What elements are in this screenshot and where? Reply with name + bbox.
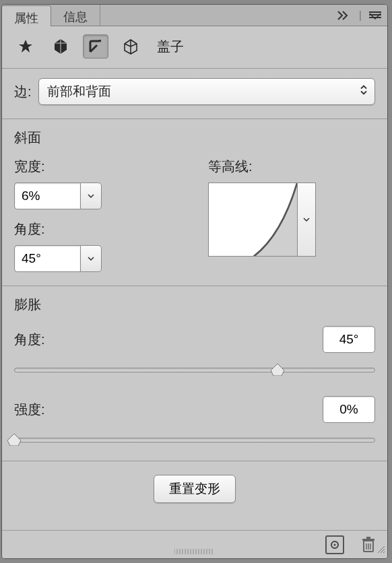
inflate-strength-slider[interactable] — [14, 432, 375, 447]
panel-grip-icon[interactable] — [174, 545, 215, 557]
sides-value: 前部和背面 — [47, 83, 111, 100]
bevel-width-label: 宽度: — [14, 158, 181, 176]
sides-label: 边: — [14, 83, 32, 101]
svg-point-6 — [334, 543, 336, 545]
svg-rect-9 — [366, 537, 370, 539]
bevel-width-drop[interactable] — [80, 183, 102, 209]
resize-grip-icon[interactable] — [376, 544, 385, 556]
bevel-heading: 斜面 — [14, 129, 375, 147]
panel-footer — [2, 530, 387, 558]
bevel-width-combo[interactable]: 6% — [14, 183, 102, 209]
sides-select[interactable]: 前部和背面 — [38, 78, 375, 105]
contour-preview — [208, 183, 297, 257]
collapse-icon[interactable] — [337, 11, 352, 20]
inflate-section: 膨胀 角度: 45° 强度: 0% — [2, 286, 387, 461]
bevel-width-field[interactable]: 6% — [14, 183, 80, 209]
contour-drop[interactable] — [297, 183, 316, 257]
mode-toolbar: 盖子 — [2, 26, 387, 68]
updown-icon — [360, 84, 368, 100]
toolbar-title: 盖子 — [157, 38, 184, 56]
slider-thumb-icon[interactable] — [271, 364, 284, 376]
svg-rect-1 — [369, 14, 381, 15]
bevel-angle-drop[interactable] — [80, 245, 102, 272]
bevel-angle-label: 角度: — [14, 220, 181, 238]
svg-line-30 — [383, 552, 385, 553]
svg-rect-8 — [362, 539, 374, 541]
inflate-strength-label: 强度: — [14, 401, 45, 419]
bevel-section: 斜面 宽度: 6% 角度: 45° 等高线: — [2, 119, 387, 286]
render-settings-icon[interactable] — [325, 535, 344, 554]
contour-picker[interactable] — [208, 183, 316, 257]
inflate-heading: 膨胀 — [14, 296, 375, 314]
inflate-angle-field[interactable]: 45° — [323, 326, 375, 353]
slider-thumb-icon[interactable] — [7, 434, 21, 446]
bevel-angle-combo[interactable]: 45° — [14, 245, 102, 272]
tool-icon-cap[interactable] — [83, 34, 108, 59]
tool-icon-2[interactable] — [48, 34, 73, 59]
trash-icon[interactable] — [359, 535, 378, 554]
tab-properties[interactable]: 属性 — [2, 5, 51, 26]
panel-menu-icon[interactable] — [368, 11, 382, 20]
sides-section: 边: 前部和背面 — [2, 69, 387, 119]
tab-info[interactable]: 信息 — [51, 5, 100, 26]
reset-row: 重置变形 — [2, 461, 387, 530]
properties-panel: 属性 信息 | — [1, 4, 388, 559]
bevel-angle-field[interactable]: 45° — [14, 245, 80, 272]
tool-icon-1[interactable] — [13, 34, 38, 59]
tool-icon-4[interactable] — [118, 34, 143, 59]
svg-rect-0 — [369, 11, 381, 13]
svg-marker-3 — [19, 40, 32, 53]
reset-button[interactable]: 重置变形 — [154, 475, 236, 503]
contour-label: 等高线: — [208, 158, 375, 176]
inflate-strength-field[interactable]: 0% — [323, 396, 375, 423]
svg-rect-2 — [369, 17, 381, 18]
tab-bar: 属性 信息 | — [2, 5, 387, 26]
inflate-angle-label: 角度: — [14, 331, 45, 349]
inflate-angle-slider[interactable] — [14, 362, 375, 377]
